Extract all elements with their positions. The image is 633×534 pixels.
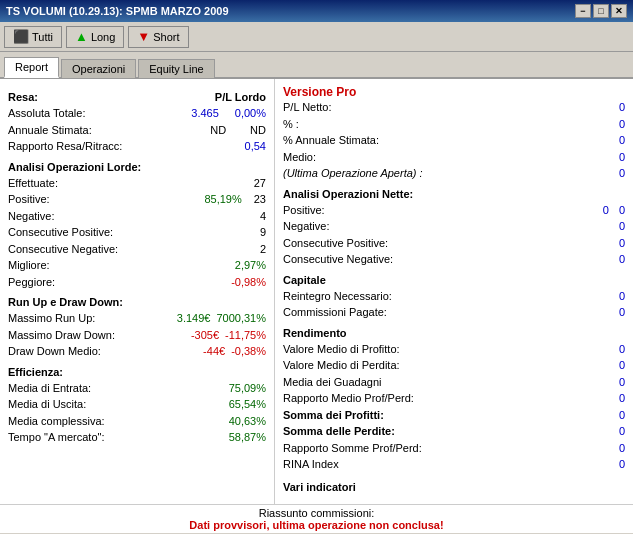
content-wrapper: Resa: P/L Lordo Assoluta Totale: 3.465 0… bbox=[0, 79, 633, 533]
negative-lorde-row: Negative: 4 bbox=[8, 208, 266, 225]
media-complessiva-label: Media complessiva: bbox=[8, 413, 105, 430]
positive-nette-label: Positive: bbox=[283, 202, 325, 219]
massimo-runup-label: Massimo Run Up: bbox=[8, 310, 95, 327]
negative-nette-val: 0 bbox=[619, 218, 625, 235]
medio-row: Medio: 0 bbox=[283, 149, 625, 166]
val-medio-perdita-label: Valore Medio di Perdita: bbox=[283, 357, 400, 374]
vari-title: Vari indicatori bbox=[283, 481, 625, 493]
reintegro-row: Reintegro Necessario: 0 bbox=[283, 288, 625, 305]
media-guadagni-label: Media dei Guadagni bbox=[283, 374, 381, 391]
tempo-row: Tempo "A mercato": 58,87% bbox=[8, 429, 266, 446]
analisi-lorde-title: Analisi Operazioni Lorde: bbox=[8, 161, 266, 173]
assoluta-pct: 0,00% bbox=[235, 105, 266, 122]
somma-profitti-label: Somma dei Profitti: bbox=[283, 407, 384, 424]
massimo-drawdown-val1: -305€ bbox=[191, 327, 219, 344]
rina-row: RINA Index 0 bbox=[283, 456, 625, 473]
drawdown-medio-val1: -44€ bbox=[203, 343, 225, 360]
tutti-icon: ⬛ bbox=[13, 29, 29, 44]
effettuate-row: Effettuate: 27 bbox=[8, 175, 266, 192]
commissioni-val: 0 bbox=[619, 304, 625, 321]
commissioni-label: Commissioni Pagate: bbox=[283, 304, 387, 321]
positive-lorde-row: Positive: 85,19% 23 bbox=[8, 191, 266, 208]
tab-report[interactable]: Report bbox=[4, 57, 59, 78]
pct-label: % : bbox=[283, 116, 299, 133]
media-guadagni-val: 0 bbox=[619, 374, 625, 391]
massimo-runup-val1: 3.149€ bbox=[177, 310, 211, 327]
migliore-label: Migliore: bbox=[8, 257, 50, 274]
rapporto-somme-val: 0 bbox=[619, 440, 625, 457]
positive-lorde-pct: 85,19% bbox=[204, 191, 241, 208]
cons-positive-label: Consecutive Positive: bbox=[8, 224, 113, 241]
positive-nette-val1: 0 bbox=[603, 202, 609, 219]
riassunto-text: Riassunto commissioni: bbox=[6, 507, 627, 519]
tab-operazioni[interactable]: Operazioni bbox=[61, 59, 136, 78]
reintegro-label: Reintegro Necessario: bbox=[283, 288, 392, 305]
val-medio-perdita-val: 0 bbox=[619, 357, 625, 374]
somma-profitti-val: 0 bbox=[619, 407, 625, 424]
media-uscita-row: Media di Uscita: 65,54% bbox=[8, 396, 266, 413]
negative-lorde-label: Negative: bbox=[8, 208, 54, 225]
close-button[interactable]: ✕ bbox=[611, 4, 627, 18]
peggiore-val: -0,98% bbox=[231, 274, 266, 291]
runup-title: Run Up e Draw Down: bbox=[8, 296, 266, 308]
ultima-val: 0 bbox=[619, 165, 625, 182]
pl-lordo-header: P/L Lordo bbox=[215, 91, 266, 103]
annuale-row: Annuale Stimata: ND ND bbox=[8, 122, 266, 139]
peggiore-label: Peggiore: bbox=[8, 274, 55, 291]
short-icon: ▼ bbox=[137, 29, 150, 44]
right-panel: Versione Pro P/L Netto: 0 % : 0 % Annual… bbox=[275, 79, 633, 504]
tempo-val: 58,87% bbox=[229, 429, 266, 446]
cons-negative-val: 2 bbox=[260, 241, 266, 258]
somma-profitti-row: Somma dei Profitti: 0 bbox=[283, 407, 625, 424]
tab-bar: Report Operazioni Equity Line bbox=[0, 52, 633, 79]
minimize-button[interactable]: − bbox=[575, 4, 591, 18]
rapporto-prof-perd-row: Rapporto Medio Prof/Perd: 0 bbox=[283, 390, 625, 407]
annuale-label: Annuale Stimata: bbox=[8, 122, 92, 139]
cons-negative-label: Consecutive Negative: bbox=[8, 241, 118, 258]
rapporto-label: Rapporto Resa/Ritracc: bbox=[8, 138, 122, 155]
warning-text: Dati provvisori, ultima operazione non c… bbox=[6, 519, 627, 531]
drawdown-medio-row: Draw Down Medio: -44€ -0,38% bbox=[8, 343, 266, 360]
tutti-button[interactable]: ⬛ Tutti bbox=[4, 26, 62, 48]
massimo-drawdown-val2: -11,75% bbox=[225, 327, 266, 344]
media-uscita-val: 65,54% bbox=[229, 396, 266, 413]
reintegro-val: 0 bbox=[619, 288, 625, 305]
val-medio-profitto-label: Valore Medio di Profitto: bbox=[283, 341, 400, 358]
val-medio-profitto-row: Valore Medio di Profitto: 0 bbox=[283, 341, 625, 358]
tempo-label: Tempo "A mercato": bbox=[8, 429, 104, 446]
maximize-button[interactable]: □ bbox=[593, 4, 609, 18]
positive-nette-val2: 0 bbox=[619, 202, 625, 219]
pl-netto-val: 0 bbox=[619, 99, 625, 116]
rapporto-somme-row: Rapporto Somme Prof/Perd: 0 bbox=[283, 440, 625, 457]
cons-positive-nette-val: 0 bbox=[619, 235, 625, 252]
negative-nette-row: Negative: 0 bbox=[283, 218, 625, 235]
massimo-drawdown-row: Massimo Draw Down: -305€ -11,75% bbox=[8, 327, 266, 344]
media-entrata-row: Media di Entrata: 75,09% bbox=[8, 380, 266, 397]
migliore-row: Migliore: 2,97% bbox=[8, 257, 266, 274]
drawdown-medio-val2: -0,38% bbox=[231, 343, 266, 360]
resa-title: Resa: bbox=[8, 91, 38, 103]
cons-positive-val: 9 bbox=[260, 224, 266, 241]
title-bar: TS VOLUMI (10.29.13): SPMB MARZO 2009 − … bbox=[0, 0, 633, 22]
window-controls: − □ ✕ bbox=[575, 4, 627, 18]
rapporto-somme-label: Rapporto Somme Prof/Perd: bbox=[283, 440, 422, 457]
panels-wrapper: Resa: P/L Lordo Assoluta Totale: 3.465 0… bbox=[0, 79, 633, 504]
cons-negative-row: Consecutive Negative: 2 bbox=[8, 241, 266, 258]
short-button[interactable]: ▼ Short bbox=[128, 26, 188, 48]
pct-row: % : 0 bbox=[283, 116, 625, 133]
positive-lorde-label: Positive: bbox=[8, 191, 50, 208]
ultima-label: (Ultima Operazione Aperta) : bbox=[283, 165, 423, 182]
rina-val: 0 bbox=[619, 456, 625, 473]
commissioni-row: Commissioni Pagate: 0 bbox=[283, 304, 625, 321]
migliore-val: 2,97% bbox=[235, 257, 266, 274]
massimo-runup-val2: 7000,31% bbox=[216, 310, 266, 327]
cons-positive-row: Consecutive Positive: 9 bbox=[8, 224, 266, 241]
media-guadagni-row: Media dei Guadagni 0 bbox=[283, 374, 625, 391]
tab-equity-line[interactable]: Equity Line bbox=[138, 59, 214, 78]
capitale-title: Capitale bbox=[283, 274, 625, 286]
long-button[interactable]: ▲ Long bbox=[66, 26, 124, 48]
media-entrata-val: 75,09% bbox=[229, 380, 266, 397]
rapporto-val: 0,54 bbox=[245, 138, 266, 155]
drawdown-medio-label: Draw Down Medio: bbox=[8, 343, 101, 360]
pl-netto-label: P/L Netto: bbox=[283, 99, 332, 116]
